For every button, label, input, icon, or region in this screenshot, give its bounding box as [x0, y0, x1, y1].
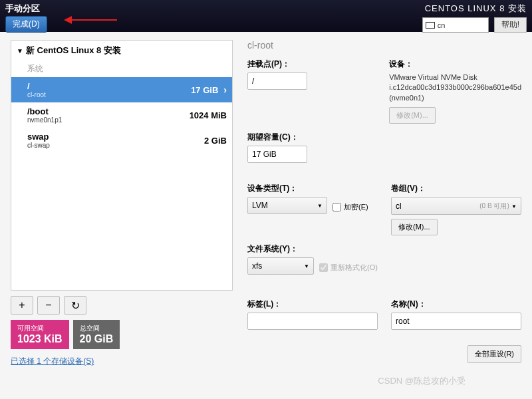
name-label: 名称(N)：	[391, 299, 521, 310]
tag-input[interactable]	[247, 313, 378, 330]
header: 手动分区 完成(D) CENTOS LINUX 8 安装 cn 帮助!	[0, 0, 532, 32]
installer-title: CENTOS LINUX 8 安装	[425, 3, 527, 15]
partition-list-panel: ▼ 新 CentOS Linux 8 安装 系统 / cl-root 17 Gi…	[0, 32, 239, 367]
tag-label: 标签(L)：	[247, 299, 378, 310]
reformat-checkbox	[319, 263, 328, 272]
filesystem-label: 文件系统(Y)：	[247, 243, 378, 255]
encrypt-checkbox-row[interactable]: 加密(E)	[332, 202, 368, 212]
name-input[interactable]	[391, 313, 521, 330]
storage-devices-link[interactable]: 已选择 1 个存储设备(S)	[11, 356, 233, 367]
caret-down-icon: ▼	[17, 47, 23, 55]
reformat-checkbox-row: 重新格式化(O)	[319, 263, 378, 273]
reload-button[interactable]: ↻	[64, 296, 86, 315]
partition-detail-panel: cl-root 挂载点(P)： 设备： VMware Virtual NVMe …	[239, 32, 532, 367]
modify-vg-button[interactable]: 修改(M)...	[391, 219, 438, 235]
capacity-label: 期望容量(C)：	[247, 132, 378, 143]
mount-point-label: 挂载点(P)：	[247, 59, 376, 70]
device-label: 设备：	[389, 59, 521, 70]
help-button[interactable]: 帮助!	[494, 17, 527, 33]
page-title: 手动分区	[5, 3, 47, 15]
chevron-down-icon: ▼	[304, 263, 309, 269]
detail-title: cl-root	[247, 40, 521, 51]
mount-point-input[interactable]	[247, 72, 307, 90]
total-space-box: 总空间 20 GiB	[73, 320, 120, 349]
encrypt-checkbox[interactable]	[332, 203, 341, 211]
modify-device-button[interactable]: 修改(M)...	[389, 107, 436, 124]
tree-item-root[interactable]: / cl-root 17 GiB ›	[11, 77, 232, 102]
volume-group-label: 卷组(V)：	[391, 183, 521, 194]
device-text: VMware Virtual NVMe Disk i.c12dca00c3d19…	[389, 72, 521, 103]
chevron-down-icon: ▼	[511, 203, 517, 209]
done-button[interactable]: 完成(D)	[5, 16, 47, 33]
reset-all-button[interactable]: 全部重设(R)	[467, 345, 521, 363]
annotation-arrow	[64, 16, 117, 24]
tree-item-swap[interactable]: swap cl-swap 2 GiB	[11, 128, 232, 153]
device-type-label: 设备类型(T)：	[247, 183, 378, 194]
keyboard-icon	[426, 22, 435, 29]
tree-section-label: 系统	[11, 61, 232, 77]
keyboard-layout-button[interactable]: cn	[422, 17, 489, 33]
watermark: CSDN @陈总攻的小受	[378, 375, 466, 387]
tree-item-boot[interactable]: /boot nvme0n1p1 1024 MiB	[11, 102, 232, 128]
available-space-box: 可用空间 1023 KiB	[11, 320, 69, 349]
remove-partition-button[interactable]: −	[37, 296, 60, 315]
chevron-down-icon: ▼	[317, 203, 323, 209]
filesystem-select[interactable]: xfs ▼	[247, 257, 314, 275]
chevron-right-icon: ›	[223, 84, 227, 95]
add-partition-button[interactable]: +	[11, 296, 33, 315]
volume-group-select[interactable]: cl (0 B 可用) ▼	[391, 197, 521, 215]
device-type-select[interactable]: LVM ▼	[247, 197, 327, 214]
capacity-input[interactable]	[247, 146, 307, 163]
tree-header[interactable]: ▼ 新 CentOS Linux 8 安装	[11, 41, 232, 61]
